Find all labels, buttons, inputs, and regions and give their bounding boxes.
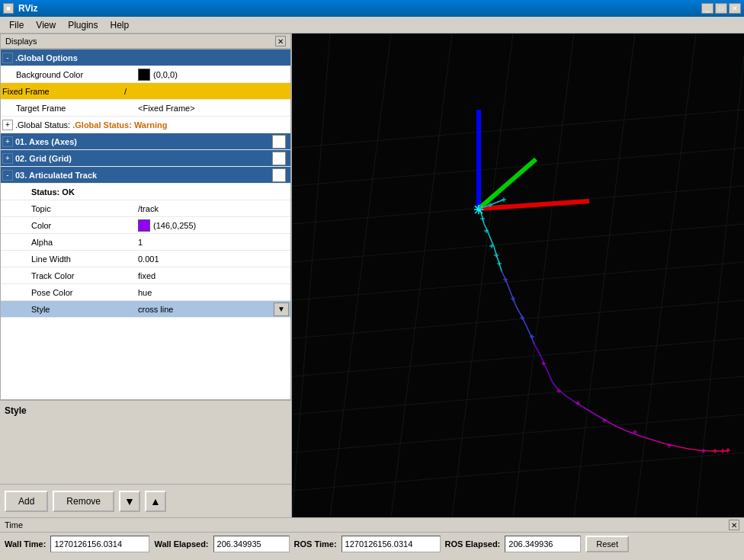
alpha-row: Alpha 1 xyxy=(1,234,290,251)
status-row: Status: OK xyxy=(1,184,290,200)
menu-view[interactable]: View xyxy=(30,18,62,32)
grid-expand[interactable]: + xyxy=(2,153,13,164)
style-dropdown[interactable]: cross line ▼ xyxy=(138,302,289,316)
articulated-track-expand[interactable]: - xyxy=(2,170,13,181)
articulated-track-row[interactable]: - 03. Articulated Track ✓ xyxy=(1,167,290,184)
ros-time-input[interactable] xyxy=(342,536,441,552)
target-frame-label: Target Frame xyxy=(16,104,138,113)
add-button[interactable]: Add xyxy=(5,491,48,512)
topic-label: Topic xyxy=(31,204,138,213)
pose-color-value: hue xyxy=(138,288,289,297)
fixed-frame-value: / xyxy=(124,87,289,96)
wall-time-label: Wall Time: xyxy=(5,539,46,549)
svg-rect-0 xyxy=(292,34,744,517)
line-width-value: 0.001 xyxy=(138,254,289,264)
maximize-button[interactable]: □ xyxy=(715,3,727,14)
style-dropdown-button[interactable]: ▼ xyxy=(274,302,289,316)
color-label: Color xyxy=(31,221,138,230)
displays-header: Displays ✕ xyxy=(0,34,291,49)
main-layout: Displays ✕ - .Global Options Background … xyxy=(0,34,744,517)
window-title: RViz xyxy=(18,3,38,14)
track-color-value: fixed xyxy=(138,271,289,280)
time-title: Time xyxy=(5,520,23,530)
close-button[interactable]: ✕ xyxy=(729,3,741,14)
window-controls: _ □ ✕ xyxy=(701,3,741,14)
menu-file[interactable]: File xyxy=(3,18,30,32)
down-arrow-icon: ▼ xyxy=(124,495,135,507)
status-label: Status: OK xyxy=(31,187,75,197)
topic-row: Topic /track xyxy=(1,200,290,217)
menu-help[interactable]: Help xyxy=(104,18,136,32)
time-fields: Wall Time: Wall Elapsed: ROS Time: ROS E… xyxy=(0,533,744,555)
minimize-button[interactable]: _ xyxy=(701,3,714,14)
track-color-label: Track Color xyxy=(31,271,138,280)
line-width-label: Line Width xyxy=(31,254,138,264)
grid-label: 02. Grid (Grid) xyxy=(15,154,272,163)
pose-color-row: Pose Color hue xyxy=(1,284,290,301)
background-color-swatch[interactable] xyxy=(138,69,150,81)
style-panel-title: Style xyxy=(5,405,287,416)
axes-expand[interactable]: + xyxy=(2,136,13,147)
move-up-button[interactable]: ▲ xyxy=(145,491,166,512)
axes-label: 01. Axes (Axes) xyxy=(15,137,272,146)
style-value: cross line xyxy=(138,305,274,314)
up-arrow-icon: ▲ xyxy=(150,495,161,507)
time-close-button[interactable]: ✕ xyxy=(729,520,739,530)
window-icon: ■ xyxy=(3,3,14,14)
buttons-row: Add Remove ▼ ▲ xyxy=(0,484,291,517)
wall-elapsed-label: Wall Elapsed: xyxy=(154,539,208,549)
global-options-expand[interactable]: - xyxy=(2,53,13,63)
time-bar: Time ✕ Wall Time: Wall Elapsed: ROS Time… xyxy=(0,517,744,560)
pose-color-label: Pose Color xyxy=(31,288,138,297)
axes-row[interactable]: + 01. Axes (Axes) ✓ xyxy=(1,133,290,150)
style-panel: Style xyxy=(0,400,291,484)
background-color-value: (0,0,0) xyxy=(153,70,289,79)
menu-plugins[interactable]: Plugins xyxy=(62,18,104,32)
displays-close-button[interactable]: ✕ xyxy=(275,36,286,46)
background-color-row: Background Color (0,0,0) xyxy=(1,66,290,83)
topic-value: /track xyxy=(138,204,289,213)
3d-canvas xyxy=(292,34,744,517)
color-row: Color (146,0,255) xyxy=(1,217,290,234)
tree-area[interactable]: - .Global Options Background Color (0,0,… xyxy=(0,49,291,400)
title-bar: ■ RViz _ □ ✕ xyxy=(0,0,744,17)
global-status-label: .Global Status: .Global Status: Warning xyxy=(15,120,167,130)
style-row[interactable]: Style cross line ▼ xyxy=(1,301,290,318)
menu-bar: File View Plugins Help xyxy=(0,17,744,34)
3d-view[interactable] xyxy=(292,34,744,517)
global-status-expand[interactable]: + xyxy=(2,120,13,130)
color-swatch[interactable] xyxy=(138,219,150,232)
style-label: Style xyxy=(31,305,138,314)
remove-button[interactable]: Remove xyxy=(53,491,114,512)
global-status-row[interactable]: + .Global Status: .Global Status: Warnin… xyxy=(1,117,290,133)
fixed-frame-row[interactable]: Fixed Frame / xyxy=(1,83,290,100)
target-frame-row: Target Frame <Fixed Frame> xyxy=(1,100,290,117)
color-value: (146,0,255) xyxy=(153,221,289,230)
wall-elapsed-input[interactable] xyxy=(213,536,290,552)
left-panel: Displays ✕ - .Global Options Background … xyxy=(0,34,292,517)
time-header: Time ✕ xyxy=(0,518,744,533)
grid-row[interactable]: + 02. Grid (Grid) ✓ xyxy=(1,150,290,167)
background-color-label: Background Color xyxy=(16,70,138,79)
alpha-label: Alpha xyxy=(31,238,138,247)
alpha-value: 1 xyxy=(138,238,289,247)
track-color-row: Track Color fixed xyxy=(1,267,290,284)
ros-time-label: ROS Time: xyxy=(294,539,337,549)
ros-elapsed-input[interactable] xyxy=(505,536,581,552)
axes-checkbox[interactable]: ✓ xyxy=(272,135,286,149)
wall-time-input[interactable] xyxy=(50,536,149,552)
fixed-frame-label: Fixed Frame xyxy=(2,87,124,96)
line-width-row: Line Width 0.001 xyxy=(1,251,290,267)
ros-elapsed-label: ROS Elapsed: xyxy=(445,539,501,549)
global-options-label: .Global Options xyxy=(15,53,78,62)
move-down-button[interactable]: ▼ xyxy=(119,491,140,512)
global-options-row[interactable]: - .Global Options xyxy=(1,50,290,66)
displays-title: Displays xyxy=(5,37,37,46)
articulated-track-label: 03. Articulated Track xyxy=(15,171,272,180)
articulated-track-checkbox[interactable]: ✓ xyxy=(272,168,286,182)
grid-checkbox[interactable]: ✓ xyxy=(272,152,286,165)
target-frame-value: <Fixed Frame> xyxy=(138,104,289,113)
reset-button[interactable]: Reset xyxy=(585,536,629,552)
